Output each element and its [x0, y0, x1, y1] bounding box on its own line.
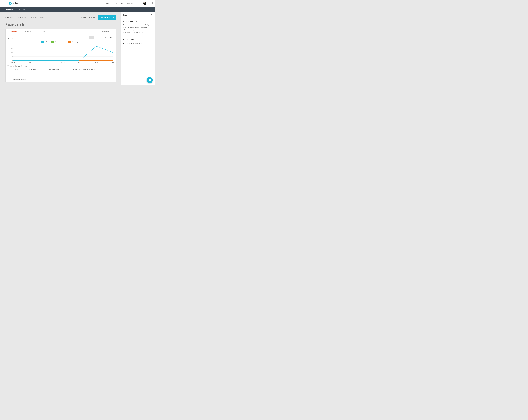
- total-item-label: Unique visitors: 47: [49, 69, 61, 70]
- chevron-right-icon: ❯: [94, 69, 95, 70]
- crumb-campaigns[interactable]: Campaigns: [5, 17, 13, 18]
- tab-variations[interactable]: VARIATIONS: [34, 29, 48, 34]
- share-page-button[interactable]: SHARE PAGE: [101, 30, 113, 33]
- chevron-right-icon: ❯: [62, 69, 64, 70]
- crumb-actions: PAGE SETTINGS LIVE VERSION: [79, 15, 116, 20]
- svg-text:Oct 21: Oct 21: [28, 61, 32, 63]
- range-7d[interactable]: 7d: [89, 35, 94, 39]
- svg-text:Oct 23: Oct 23: [61, 61, 65, 63]
- svg-text:Oct 26: Oct 26: [111, 61, 114, 63]
- breadcrumb: Campaigns ❯ Examples Page ❯ Time - Etsy …: [5, 17, 44, 18]
- total-item-label: Visits: 55: [12, 69, 19, 70]
- user-avatar[interactable]: [143, 2, 146, 5]
- total-item[interactable]: Unique visitors: 47❯: [49, 69, 63, 70]
- svg-point-31: [112, 52, 113, 53]
- page-settings-label: PAGE SETTINGS: [79, 17, 92, 18]
- total-item[interactable]: Bounce rate: 23.5%❯: [12, 78, 28, 80]
- external-link-icon: [112, 16, 114, 19]
- chat-icon: [148, 78, 151, 82]
- svg-text:Oct 20: Oct 20: [11, 61, 15, 63]
- more-menu-icon[interactable]: [152, 2, 153, 5]
- whatis-body: The analytics tab tells you how each of …: [123, 24, 153, 34]
- total-item[interactable]: Average time on page: 00:00:46❯: [72, 69, 95, 70]
- card-tabs: ANALYTICS TARGETING VARIATIONS SHARE PAG…: [6, 29, 116, 34]
- chevron-right-icon: ❯: [14, 17, 15, 18]
- total-item-label: Average time on page: 00:00:46: [72, 69, 93, 70]
- nav-pricing[interactable]: PRICING: [117, 2, 123, 4]
- svg-text:Oct 25: Oct 25: [94, 61, 98, 63]
- svg-text:30: 30: [11, 47, 12, 49]
- chevron-right-icon: ❯: [28, 17, 29, 18]
- setup-guide-label: Create your first campaign: [126, 42, 144, 44]
- range-3m[interactable]: 3M: [102, 35, 107, 39]
- nav-features[interactable]: FEATURES: [127, 2, 136, 4]
- play-circle-icon: [123, 42, 125, 45]
- share-page-label: SHARE PAGE: [101, 31, 110, 32]
- svg-text:20: 20: [11, 52, 12, 53]
- total-item[interactable]: Pageviews: 157❯: [29, 69, 41, 70]
- svg-point-27: [46, 60, 47, 61]
- setup-heading: Setup Guide:: [123, 39, 153, 41]
- y-axis-label: count: [7, 51, 9, 54]
- brand-name: unless: [12, 2, 19, 5]
- legend-label: Total: [45, 41, 48, 43]
- total-item[interactable]: Visits: 55❯: [12, 69, 21, 70]
- crumb-row: Campaigns ❯ Examples Page ❯ Time - Etsy …: [5, 15, 116, 20]
- crumb-examples-page[interactable]: Examples Page: [17, 17, 27, 18]
- live-version-button[interactable]: LIVE VERSION: [98, 15, 116, 20]
- page-settings-button[interactable]: PAGE SETTINGS: [79, 16, 95, 19]
- totals-row: Visits: 55❯Pageviews: 157❯Unique visitor…: [8, 69, 114, 80]
- legend-label: Control group: [72, 41, 80, 43]
- legend-swatch: [68, 41, 71, 43]
- main-layout: Campaigns ❯ Examples Page ❯ Time - Etsy …: [0, 12, 155, 85]
- range-1m[interactable]: 1m: [95, 35, 100, 39]
- analytics-card: ANALYTICS TARGETING VARIATIONS SHARE PAG…: [5, 29, 116, 82]
- legend-swatch: [51, 41, 54, 43]
- legend-item[interactable]: Default variation: [51, 41, 65, 43]
- chevron-right-icon: ❯: [19, 69, 21, 70]
- setup-guide-link[interactable]: Create your first campaign: [123, 42, 153, 45]
- side-section-whatis: What is analytics? The analytics tab tel…: [121, 18, 155, 37]
- subnav-account[interactable]: ACCOUNT: [16, 7, 29, 12]
- brand-logo[interactable]: unless: [9, 2, 19, 5]
- total-item-label: Pageviews: 157: [29, 69, 39, 70]
- chart-area: count 010203040Oct 20Oct 21Oct 22Oct 23O…: [7, 43, 114, 63]
- card-body: 7d 1m 3M 6m Visits TotalDefault variatio…: [6, 34, 116, 82]
- sub-nav: CAMPAIGNS ACCOUNT: [0, 7, 155, 12]
- svg-point-26: [29, 60, 30, 61]
- legend-item[interactable]: Control group: [68, 41, 80, 43]
- total-item-label: Bounce rate: 23.5%: [12, 78, 25, 80]
- hamburger-menu-icon[interactable]: [2, 2, 6, 5]
- main-content: Campaigns ❯ Examples Page ❯ Time - Etsy …: [0, 12, 121, 85]
- svg-point-32: [79, 60, 80, 61]
- top-header: unless EXAMPLES PRICING FEATURES: [0, 0, 155, 7]
- visits-chart: 010203040Oct 20Oct 21Oct 22Oct 23Oct 24O…: [11, 43, 114, 63]
- svg-text:Oct 24: Oct 24: [78, 61, 82, 63]
- legend-item[interactable]: Total: [41, 41, 48, 43]
- svg-text:10: 10: [11, 56, 12, 57]
- tab-targeting[interactable]: TARGETING: [21, 29, 34, 34]
- svg-text:Oct 22: Oct 22: [45, 61, 48, 63]
- whatis-heading: What is analytics?: [123, 20, 153, 23]
- totals-heading: Totals of the last 7 days:: [8, 65, 114, 67]
- live-version-label: LIVE VERSION: [100, 17, 111, 18]
- subnav-campaigns[interactable]: CAMPAIGNS: [2, 7, 16, 12]
- totals-section: Totals of the last 7 days: Visits: 55❯Pa…: [7, 65, 114, 80]
- tab-analytics[interactable]: ANALYTICS: [8, 29, 21, 34]
- svg-point-28: [63, 60, 63, 61]
- chevron-right-icon: ❯: [40, 69, 41, 70]
- chart-legend: TotalDefault variationControl group: [7, 41, 114, 43]
- gear-icon: [93, 16, 95, 19]
- nav-examples[interactable]: EXAMPLES: [104, 2, 112, 4]
- svg-text:0: 0: [12, 60, 12, 61]
- close-icon[interactable]: [151, 14, 153, 17]
- brand-logo-mark: [9, 2, 12, 5]
- svg-point-33: [96, 60, 97, 61]
- side-section-setup: Setup Guide: Create your first campaign: [121, 37, 155, 47]
- share-icon: [111, 30, 113, 33]
- side-panel: Page What is analytics? The analytics ta…: [121, 12, 155, 85]
- top-nav: EXAMPLES PRICING FEATURES: [104, 2, 153, 5]
- chevron-right-icon: ❯: [26, 78, 28, 80]
- chat-fab[interactable]: [147, 77, 153, 83]
- range-6m[interactable]: 6m: [109, 35, 114, 39]
